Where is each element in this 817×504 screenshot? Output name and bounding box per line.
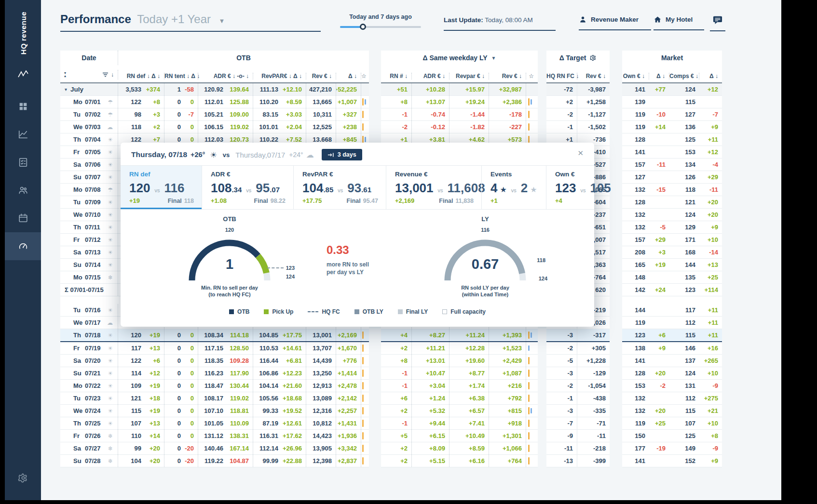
- three-days-button[interactable]: 3 days: [322, 149, 362, 160]
- table-row[interactable]: -1-1,502: [546, 121, 610, 133]
- table-row[interactable]: 165+19144+13: [622, 259, 722, 271]
- table-row[interactable]: Sa07/20☀122+600118.35109.28116.44+6.8114…: [60, 355, 369, 367]
- table-row[interactable]: Fr07/26❄110+1400131.12138.31116.31+17.62…: [60, 430, 369, 442]
- column-header[interactable]: RN tent ↓ Δ ↓: [164, 73, 198, 80]
- table-row[interactable]: -11-218: [546, 442, 610, 455]
- gear-icon[interactable]: [590, 54, 597, 61]
- table-row[interactable]: 132-15118-11: [622, 184, 722, 196]
- metric-card-rn-def[interactable]: RN def120vs116+19Final118: [121, 166, 202, 209]
- table-row[interactable]: +2+11.21+12.28+1,523: [381, 342, 538, 355]
- table-row[interactable]: 141+77124+12: [622, 83, 722, 96]
- table-row[interactable]: -1-438: [546, 392, 610, 405]
- table-row[interactable]: +51+10.28+15.97+32,987: [381, 83, 538, 96]
- metric-card-own[interactable]: Own €123vs105+4: [546, 166, 594, 209]
- table-row[interactable]: We07/03☁118+200106.15119.02101.01+2.0412…: [60, 121, 369, 133]
- table-row[interactable]: +6+1.24+6.38+792: [381, 392, 538, 405]
- table-row[interactable]: 141152+9: [622, 455, 722, 467]
- table-row[interactable]: -2-0.12-1.82-227: [381, 121, 538, 133]
- table-row[interactable]: 132124+20: [622, 209, 722, 221]
- table-row[interactable]: -1+10.47+8.77+1,087: [381, 367, 538, 380]
- table-row[interactable]: Sa07/27❄99+200-20140.46167.14112.14+26.9…: [60, 442, 369, 455]
- table-row[interactable]: Su07/21☀114+1200116.23117.90106.86+12.23…: [60, 367, 369, 380]
- column-header[interactable]: Rev € ↓: [577, 73, 610, 80]
- table-row[interactable]: 119-10127-7: [622, 108, 722, 121]
- table-row[interactable]: -7-71: [546, 417, 610, 430]
- page-title-dropdown[interactable]: Performance Today +1 Year ▼: [60, 13, 321, 32]
- table-row[interactable]: 144117+11: [622, 304, 722, 317]
- table-row[interactable]: 150125+8: [622, 430, 722, 442]
- slider-track[interactable]: [340, 26, 421, 28]
- table-row[interactable]: +5+6.15+10.49+1,301: [381, 430, 538, 442]
- table-row[interactable]: -2-1,127: [546, 108, 610, 121]
- table-row[interactable]: 119112+11: [622, 317, 722, 329]
- table-row[interactable]: -1+3.04+1.74+216: [381, 380, 538, 392]
- sidebar-item-analytics[interactable]: [5, 120, 41, 148]
- sidebar-item-calendar[interactable]: [5, 204, 41, 232]
- slider-knob[interactable]: [360, 24, 366, 30]
- column-header[interactable]: Own € ↓: [622, 73, 649, 80]
- column-header[interactable]: HQ RN FC ↓: [546, 73, 577, 80]
- sidebar-item-guests[interactable]: [5, 176, 41, 204]
- table-row[interactable]: 157-11134-4: [622, 159, 722, 171]
- column-header[interactable]: ☆: [526, 73, 538, 80]
- column-header[interactable]: RN def ↓ Δ ↓: [118, 73, 164, 80]
- table-row[interactable]: 128+20124+10: [622, 367, 722, 380]
- table-row[interactable]: 127126+29: [622, 171, 722, 184]
- table-row[interactable]: 132-5129+9: [622, 221, 722, 234]
- table-row[interactable]: -13-399: [546, 455, 610, 467]
- table-row[interactable]: -3-129: [546, 367, 610, 380]
- table-row[interactable]: 123+6115+11: [622, 329, 722, 342]
- table-row[interactable]: 148135+25: [622, 271, 722, 284]
- sidebar-item-settings[interactable]: [5, 466, 41, 490]
- column-header[interactable]: Comps € ↓: [669, 73, 699, 80]
- table-row[interactable]: 128121+20: [622, 196, 722, 209]
- table-row[interactable]: 119+25107+10: [622, 417, 722, 430]
- column-header[interactable]: Δ ↓: [649, 73, 669, 80]
- table-row[interactable]: 142+24123+114: [622, 284, 722, 296]
- table-row[interactable]: We07/24☀115+1900107.10118.8199.33+19.521…: [60, 405, 369, 417]
- table-row[interactable]: +8+13.07+19.24+2,386: [381, 96, 538, 108]
- table-row[interactable]: ▾July3,533+3741-58120.92139.64111.13+12.…: [60, 83, 369, 96]
- table-row[interactable]: 177-19149-9: [622, 442, 722, 455]
- sidebar-item-dashboard[interactable]: [5, 93, 41, 120]
- column-header[interactable]: Rev € ↓: [306, 73, 336, 80]
- sidebar-item-reports[interactable]: [5, 148, 41, 176]
- metric-card-adr[interactable]: ADR €108.34vs95.07+1.08Final98.22: [202, 166, 293, 209]
- table-row[interactable]: 132112+275: [622, 392, 722, 405]
- table-row[interactable]: -2-1,054: [546, 380, 610, 392]
- table-row[interactable]: Mo07/01☂122+800112.01125.88110.20+8.5913…: [60, 96, 369, 108]
- table-row[interactable]: -3-317: [546, 329, 610, 342]
- chevron-down-icon[interactable]: ▾: [65, 87, 67, 92]
- metric-card-events[interactable]: Events4★vs2★+1: [481, 166, 546, 209]
- table-row[interactable]: Th07/25☀107+1300101.05110.0987.19+12.611…: [60, 417, 369, 430]
- table-row[interactable]: Fr07/19☀117+1300117.15128.50110.53+14.61…: [60, 342, 369, 355]
- table-row[interactable]: 141137+265: [622, 355, 722, 367]
- column-header[interactable]: ADR € ↓ -o- ↓: [198, 73, 253, 80]
- table-row[interactable]: 119+14136+9: [622, 121, 722, 133]
- group-header-ly[interactable]: Δ Same weekday LY▼: [381, 51, 538, 65]
- column-header[interactable]: Rev € ↓: [489, 73, 526, 80]
- table-row[interactable]: -1-0.74-1.44-178: [381, 108, 538, 121]
- column-header[interactable]: ☆: [361, 73, 369, 80]
- table-row[interactable]: Tu07/23☀121+1800108.17119.02105.56+18.68…: [60, 392, 369, 405]
- collapse-all-icon[interactable]: ▾▴: [64, 72, 66, 78]
- table-row[interactable]: 208+3168-14: [622, 246, 722, 259]
- table-row[interactable]: -1+9.44+7.41+918: [381, 417, 538, 430]
- table-row[interactable]: +2+1,258: [546, 96, 610, 108]
- table-row[interactable]: -2+305: [546, 342, 610, 355]
- metric-card-revpar[interactable]: RevPAR €104.85vs93.61+17.75Final95.47: [293, 166, 386, 209]
- table-row[interactable]: 128125+11: [622, 133, 722, 146]
- table-row[interactable]: -9-11: [546, 430, 610, 442]
- messages-button[interactable]: [710, 15, 725, 31]
- close-icon[interactable]: ✕: [574, 148, 586, 158]
- table-row[interactable]: +2+5.32+6.57+815: [381, 405, 538, 417]
- revenue-maker-link[interactable]: Revenue Maker: [579, 15, 651, 30]
- column-header[interactable]: Revpar € ↓: [449, 73, 489, 80]
- table-row[interactable]: -5+1,228: [546, 355, 610, 367]
- column-header[interactable]: Δ ↓: [336, 73, 361, 80]
- table-row[interactable]: 153-2131-9: [622, 380, 722, 392]
- column-header[interactable]: Δ ↓: [699, 73, 722, 80]
- table-row[interactable]: Th07/18☀120+1900108.34114.18104.85+17.75…: [60, 329, 369, 342]
- column-header[interactable]: ADR € ↓: [412, 73, 449, 80]
- my-hotel-link[interactable]: My Hotel: [654, 15, 704, 30]
